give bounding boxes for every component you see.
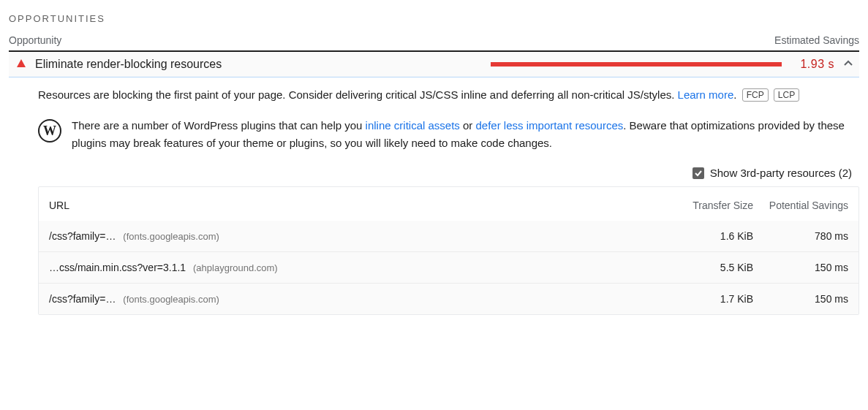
table-header-savings: Potential Savings: [753, 199, 848, 212]
wp-text-middle: or: [460, 119, 476, 132]
cell-size: 1.6 KiB: [629, 230, 753, 242]
table-row: /css?family=… (fonts.googleapis.com)1.7 …: [39, 283, 858, 314]
third-party-label: Show 3rd-party resources (2): [710, 167, 852, 179]
cell-savings: 150 ms: [753, 293, 848, 305]
audit-description-text: Resources are blocking the first paint o…: [38, 88, 678, 101]
chevron-up-icon[interactable]: [843, 58, 853, 71]
col-savings-header: Estimated Savings: [774, 34, 859, 46]
cell-origin: (ahplayground.com): [193, 262, 278, 273]
cell-origin: (fonts.googleapis.com): [123, 231, 219, 242]
cell-savings: 780 ms: [753, 230, 848, 242]
audit-title: Eliminate render-blocking resources: [35, 58, 222, 71]
cell-url: …css/main.min.css?ver=3.1.1 (ahplaygroun…: [49, 262, 629, 273]
wp-text-before: There are a number of WordPress plugins …: [72, 119, 366, 132]
table-header-row: URL Transfer Size Potential Savings: [39, 187, 858, 221]
cell-url: /css?family=… (fonts.googleapis.com): [49, 293, 629, 305]
table-header-size: Transfer Size: [629, 200, 753, 211]
cell-url: /css?family=… (fonts.googleapis.com): [49, 230, 629, 242]
table-row: …css/main.min.css?ver=3.1.1 (ahplaygroun…: [39, 251, 858, 283]
learn-more-link[interactable]: Learn more: [678, 88, 734, 101]
inline-critical-link[interactable]: inline critical assets: [366, 119, 460, 132]
defer-resources-link[interactable]: defer less important resources: [476, 119, 624, 132]
cell-savings: 150 ms: [753, 262, 848, 273]
third-party-toggle[interactable]: Show 3rd-party resources (2): [38, 167, 859, 179]
table-header-url: URL: [49, 200, 629, 211]
cell-origin: (fonts.googleapis.com): [123, 294, 219, 305]
svg-marker-0: [17, 59, 26, 67]
cell-size: 5.5 KiB: [629, 262, 753, 273]
audit-savings-value: 1.93 s: [792, 58, 834, 71]
wordpress-icon: W: [38, 119, 61, 143]
metric-pill-lcp[interactable]: LCP: [774, 88, 799, 102]
audit-description: Resources are blocking the first paint o…: [38, 86, 859, 104]
savings-gauge: [491, 62, 782, 67]
opportunity-headers: Opportunity Estimated Savings: [9, 34, 859, 46]
resource-table: URL Transfer Size Potential Savings /css…: [38, 186, 859, 315]
fail-triangle-icon: [16, 58, 26, 71]
metric-pill-fcp[interactable]: FCP: [742, 88, 769, 102]
audit-header-row[interactable]: Eliminate render-blocking resources 1.93…: [9, 52, 859, 77]
col-opportunity-header: Opportunity: [9, 34, 61, 46]
cell-size: 1.7 KiB: [629, 293, 753, 305]
wordpress-hint: W There are a number of WordPress plugin…: [38, 117, 859, 152]
audit-details: Resources are blocking the first paint o…: [9, 86, 859, 315]
table-row: /css?family=… (fonts.googleapis.com)1.6 …: [39, 221, 858, 251]
section-title: OPPORTUNITIES: [9, 13, 859, 24]
checkbox-checked-icon: [692, 167, 704, 179]
